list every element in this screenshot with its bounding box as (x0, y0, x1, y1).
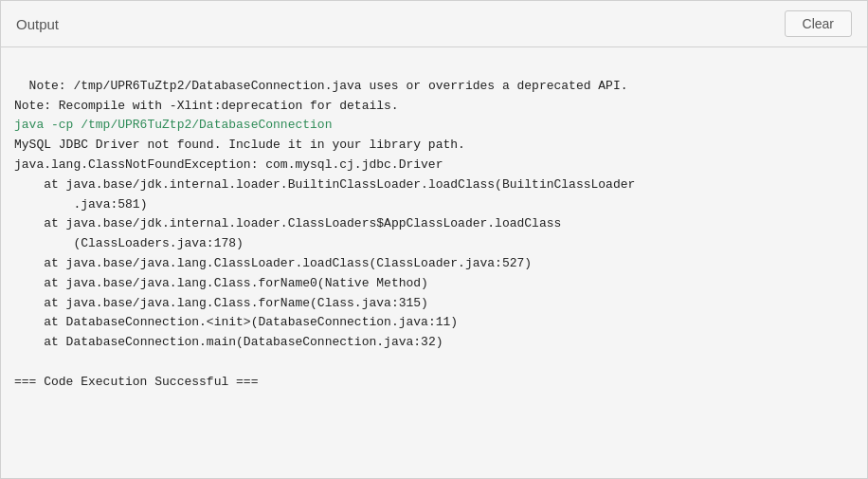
output-line: (ClassLoaders.java:178) (14, 236, 244, 250)
output-line: Note: /tmp/UPR6TuZtp2/DatabaseConnection… (29, 79, 628, 93)
output-line: at java.base/java.lang.Class.forName(Cla… (14, 296, 428, 310)
output-line: at java.base/jdk.internal.loader.Builtin… (14, 177, 635, 192)
output-line: at java.base/java.lang.ClassLoader.loadC… (14, 256, 532, 270)
output-line: .java:581) (14, 197, 147, 212)
output-line: java -cp /tmp/UPR6TuZtp2/DatabaseConnect… (14, 118, 332, 132)
output-line: java.lang.ClassNotFoundException: com.my… (14, 157, 443, 172)
output-line: === Code Execution Successful === (14, 375, 258, 389)
panel-header: Output Clear (1, 1, 867, 47)
output-line: at java.base/jdk.internal.loader.ClassLo… (14, 216, 561, 230)
output-line: at DatabaseConnection.main(DatabaseConne… (14, 335, 443, 349)
clear-button[interactable]: Clear (785, 10, 852, 37)
panel-title: Output (16, 16, 59, 32)
output-line: at DatabaseConnection.<init>(DatabaseCon… (14, 315, 458, 329)
output-line: Note: Recompile with -Xlint:deprecation … (14, 99, 399, 113)
output-line: at java.base/java.lang.Class.forName0(Na… (14, 276, 428, 290)
output-area: Note: /tmp/UPR6TuZtp2/DatabaseConnection… (1, 47, 867, 478)
output-line: MySQL JDBC Driver not found. Include it … (14, 138, 465, 152)
output-panel: Output Clear Note: /tmp/UPR6TuZtp2/Datab… (0, 0, 868, 479)
